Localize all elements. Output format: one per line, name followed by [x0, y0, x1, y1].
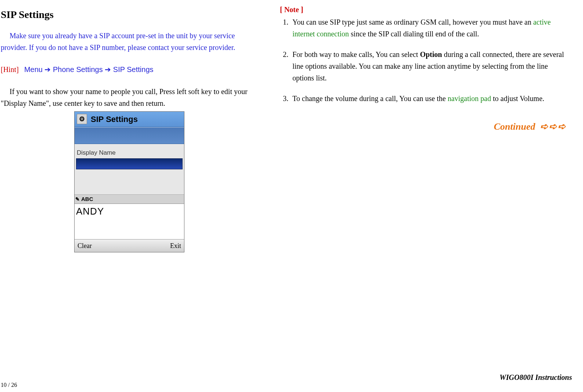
- note-1: You can use SIP type just same as ordina…: [290, 16, 566, 40]
- instruction-paragraph: If you want to show your name to people …: [1, 86, 258, 109]
- phone-body: Display Name: [75, 144, 184, 194]
- input-mode-row: ✎ ABC: [75, 194, 184, 204]
- hint-line: [Hint] Menu ➔ Phone Settings ➔ SIP Setti…: [1, 64, 258, 75]
- note-3-green: navigation pad: [447, 94, 491, 103]
- softkey-exit[interactable]: Exit: [170, 241, 181, 251]
- page: SIP Settings Make sure you already have …: [0, 4, 572, 252]
- note-3: To change the volume during a call, You …: [290, 93, 566, 104]
- arrow-right-icon: ➪➪➪: [540, 121, 566, 132]
- display-name-input[interactable]: [76, 158, 183, 169]
- note-3a: To change the volume during a call, You …: [292, 94, 447, 103]
- page-number: 10 / 26: [1, 380, 17, 390]
- left-column: SIP Settings Make sure you already have …: [1, 4, 258, 252]
- hint-label: [Hint]: [1, 65, 19, 73]
- note-3b: to adjust Volume.: [491, 94, 544, 103]
- phone-screenshot: ⚙ SIP Settings Display Name ✎ ABC ANDY C…: [1, 111, 258, 252]
- notes-list: You can use SIP type just same as ordina…: [280, 16, 566, 104]
- phone-frame: ⚙ SIP Settings Display Name ✎ ABC ANDY C…: [74, 111, 184, 252]
- gear-icon: ⚙: [77, 114, 87, 124]
- note-2-bold: Option: [420, 50, 442, 58]
- softkey-bar: Clear Exit: [75, 240, 184, 252]
- continued-text: Continued: [494, 121, 535, 132]
- pencil-icon: ✎: [75, 195, 80, 203]
- note-2: For both way to make calls, You can sele…: [290, 48, 566, 84]
- doc-title-footer: WIGO800I Instructions: [500, 371, 572, 383]
- intro-paragraph: Make sure you already have a SIP account…: [1, 30, 258, 53]
- softkey-clear[interactable]: Clear: [78, 241, 92, 251]
- phone-blue-band: [75, 127, 184, 144]
- spacer: [76, 169, 183, 194]
- continued-line: Continued ➪➪➪: [280, 119, 566, 134]
- section-title: SIP Settings: [1, 7, 258, 23]
- note-1b: since the SIP call dialing till end of t…: [349, 30, 479, 38]
- right-column: [ Note ] You can use SIP type just same …: [280, 4, 566, 252]
- display-name-label: Display Name: [77, 148, 182, 158]
- hint-path: Menu ➔ Phone Settings ➔ SIP Settings: [24, 65, 154, 73]
- input-mode: ABC: [81, 195, 93, 204]
- note-1a: You can use SIP type just same as ordina…: [292, 18, 533, 26]
- text-area[interactable]: ANDY: [75, 204, 184, 240]
- note-heading: [ Note ]: [280, 4, 566, 15]
- note-2a: For both way to make calls, You can sele…: [292, 50, 420, 58]
- phone-titlebar: ⚙ SIP Settings: [75, 112, 184, 127]
- phone-title: SIP Settings: [91, 113, 138, 126]
